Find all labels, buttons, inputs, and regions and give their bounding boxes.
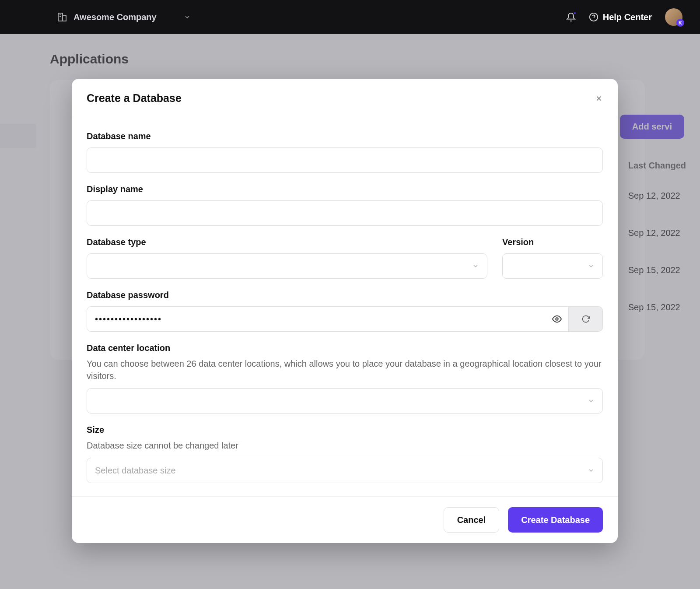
display-name-input[interactable] xyxy=(87,200,603,226)
password-value: ••••••••••••••••• xyxy=(95,314,162,324)
app-header: Awesome Company Help Center K xyxy=(0,0,700,34)
avatar-badge: K xyxy=(676,19,684,27)
chevron-down-icon xyxy=(588,467,595,474)
company-switcher[interactable]: Awesome Company xyxy=(57,12,191,22)
close-button[interactable] xyxy=(595,95,603,102)
version-label: Version xyxy=(502,237,603,247)
database-name-input[interactable] xyxy=(87,147,603,173)
avatar[interactable]: K xyxy=(665,8,682,26)
display-name-label: Display name xyxy=(87,184,603,194)
version-select[interactable] xyxy=(502,253,603,279)
chevron-down-icon xyxy=(184,14,191,21)
chevron-down-icon xyxy=(588,263,595,270)
modal-title: Create a Database xyxy=(87,92,182,105)
location-select[interactable] xyxy=(87,388,603,414)
password-input[interactable]: ••••••••••••••••• xyxy=(87,306,569,332)
notifications-button[interactable] xyxy=(566,12,576,22)
regenerate-password-button[interactable] xyxy=(569,306,603,332)
svg-rect-1 xyxy=(63,16,66,21)
building-icon xyxy=(57,12,67,22)
size-placeholder: Select database size xyxy=(95,466,176,476)
toggle-password-visibility[interactable] xyxy=(552,314,562,324)
cancel-button[interactable]: Cancel xyxy=(444,507,500,533)
size-select[interactable]: Select database size xyxy=(87,458,603,483)
size-hint: Database size cannot be changed later xyxy=(87,439,603,452)
location-hint: You can choose between 26 data center lo… xyxy=(87,358,603,382)
location-label: Data center location xyxy=(87,343,603,353)
size-label: Size xyxy=(87,425,603,435)
database-name-label: Database name xyxy=(87,131,603,141)
notification-dot xyxy=(573,11,577,15)
company-name: Awesome Company xyxy=(74,12,157,22)
password-label: Database password xyxy=(87,290,603,300)
create-database-button[interactable]: Create Database xyxy=(508,507,603,533)
chevron-down-icon xyxy=(588,397,595,404)
svg-point-8 xyxy=(556,318,558,320)
database-type-select[interactable] xyxy=(87,253,487,279)
help-center-link[interactable]: Help Center xyxy=(589,12,652,22)
help-center-label: Help Center xyxy=(603,12,652,22)
create-database-modal: Create a Database Database name Display … xyxy=(72,79,618,543)
refresh-icon xyxy=(581,315,590,323)
help-icon xyxy=(589,12,598,22)
database-type-label: Database type xyxy=(87,237,487,247)
close-icon xyxy=(595,95,603,102)
chevron-down-icon xyxy=(472,263,479,270)
eye-icon xyxy=(552,314,562,324)
